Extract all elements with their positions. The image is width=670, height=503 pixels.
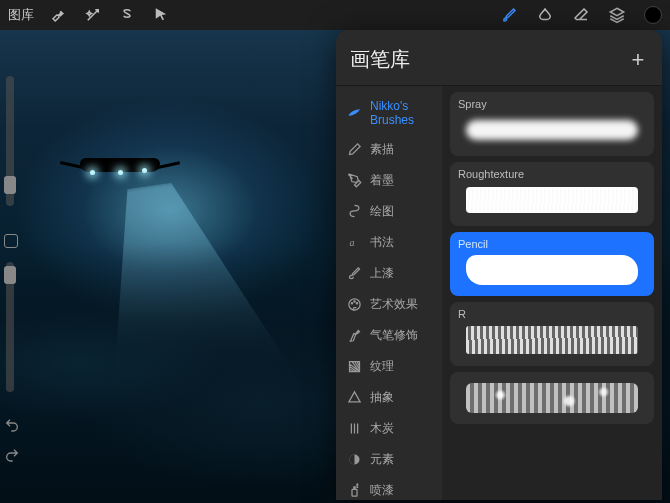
brush-category-label: 喷漆 xyxy=(370,482,394,499)
color-picker-button[interactable] xyxy=(644,6,662,24)
texture-icon xyxy=(346,359,362,375)
brushstroke-icon xyxy=(346,105,362,121)
brush-preview xyxy=(458,112,646,148)
brush-preview xyxy=(458,322,646,358)
brush-name-label: Spray xyxy=(458,98,646,110)
svg-point-2 xyxy=(351,303,352,304)
brush-category-list[interactable]: Nikko's Brushes素描着墨绘图a书法上漆艺术效果气笔修饰纹理抽象木炭… xyxy=(336,86,442,500)
charcoal-icon xyxy=(346,421,362,437)
calligraphy-icon: a xyxy=(346,235,362,251)
brush-category-label: 绘图 xyxy=(370,203,394,220)
brush-category-item[interactable]: 着墨 xyxy=(336,165,442,196)
brush-category-label: 素描 xyxy=(370,141,394,158)
brush-category-label: 着墨 xyxy=(370,172,394,189)
svg-point-3 xyxy=(353,301,354,302)
brush-category-label: 元素 xyxy=(370,451,394,468)
brush-category-label: 艺术效果 xyxy=(370,296,418,313)
brush-category-item[interactable]: 纹理 xyxy=(336,351,442,382)
airbrush-icon xyxy=(346,328,362,344)
svg-rect-6 xyxy=(352,489,357,496)
brush-item[interactable] xyxy=(450,372,654,424)
modify-button[interactable] xyxy=(4,234,18,248)
brush-preview xyxy=(458,252,646,288)
brush-item[interactable]: Roughtexture xyxy=(450,162,654,226)
redo-icon[interactable] xyxy=(4,447,20,463)
brush-library-title: 画笔库 xyxy=(350,46,410,73)
brush-list[interactable]: SprayRoughtexturePencilR xyxy=(442,86,662,500)
s-tool-icon[interactable] xyxy=(118,6,136,24)
brush-category-item[interactable]: 元素 xyxy=(336,444,442,475)
brush-category-label: 木炭 xyxy=(370,420,394,437)
brush-preview xyxy=(458,380,646,416)
brush-icon[interactable] xyxy=(500,6,518,24)
brush-category-item[interactable]: 木炭 xyxy=(336,413,442,444)
brush-item[interactable]: Spray xyxy=(450,92,654,156)
brush-name-label: R xyxy=(458,308,646,320)
artwork-ship xyxy=(60,150,180,180)
brush-library-popover: 画笔库 + Nikko's Brushes素描着墨绘图a书法上漆艺术效果气笔修饰… xyxy=(336,30,662,500)
brush-item[interactable]: R xyxy=(450,302,654,366)
brush-category-label: 上漆 xyxy=(370,265,394,282)
brush-category-item[interactable]: 素描 xyxy=(336,134,442,165)
brush-preview xyxy=(458,182,646,218)
layers-icon[interactable] xyxy=(608,6,626,24)
svg-point-4 xyxy=(356,303,357,304)
brush-category-label: 气笔修饰 xyxy=(370,327,418,344)
undo-icon[interactable] xyxy=(4,417,20,433)
add-brush-button[interactable]: + xyxy=(628,50,648,70)
brush-category-item[interactable]: Nikko's Brushes xyxy=(336,92,442,134)
top-toolbar: 图库 xyxy=(0,0,670,30)
brush-category-item[interactable]: 绘图 xyxy=(336,196,442,227)
brush-item[interactable]: Pencil xyxy=(450,232,654,296)
pencil-icon xyxy=(346,142,362,158)
abstract-icon xyxy=(346,390,362,406)
brush-category-label: 纹理 xyxy=(370,358,394,375)
svg-text:a: a xyxy=(349,237,354,248)
brush-category-item[interactable]: a书法 xyxy=(336,227,442,258)
smudge-icon[interactable] xyxy=(536,6,554,24)
paint-icon xyxy=(346,266,362,282)
draw-icon xyxy=(346,204,362,220)
wand-icon[interactable] xyxy=(84,6,102,24)
brush-category-label: 抽象 xyxy=(370,389,394,406)
brush-category-item[interactable]: 艺术效果 xyxy=(336,289,442,320)
brush-category-item[interactable]: 喷漆 xyxy=(336,475,442,500)
brush-category-item[interactable]: 气笔修饰 xyxy=(336,320,442,351)
brush-name-label: Roughtexture xyxy=(458,168,646,180)
brush-category-item[interactable]: 上漆 xyxy=(336,258,442,289)
eraser-icon[interactable] xyxy=(572,6,590,24)
palette-icon xyxy=(346,297,362,313)
brush-size-slider[interactable] xyxy=(6,76,14,206)
brush-name-label: Pencil xyxy=(458,238,646,250)
brush-category-label: 书法 xyxy=(370,234,394,251)
brush-category-label: Nikko's Brushes xyxy=(370,99,432,127)
inkpen-icon xyxy=(346,173,362,189)
gallery-button[interactable]: 图库 xyxy=(8,6,34,24)
elements-icon xyxy=(346,452,362,468)
opacity-slider[interactable] xyxy=(6,262,14,392)
spraypaint-icon xyxy=(346,483,362,499)
wrench-icon[interactable] xyxy=(50,6,68,24)
cursor-icon[interactable] xyxy=(152,6,170,24)
brush-category-item[interactable]: 抽象 xyxy=(336,382,442,413)
